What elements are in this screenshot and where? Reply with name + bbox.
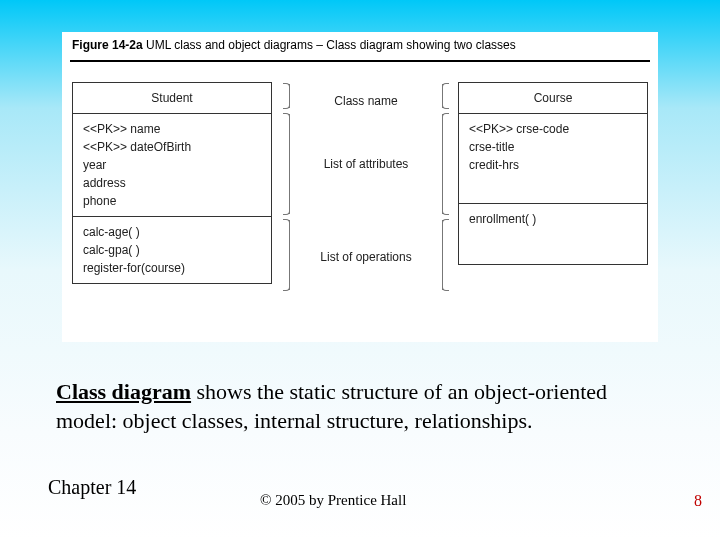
class-name-course: Course — [459, 83, 647, 114]
attr-line: <<PK>> crse-code — [469, 120, 637, 138]
label-text: List of attributes — [324, 157, 409, 171]
class-ops-student: calc-age( ) calc-gpa( ) register-for(cou… — [73, 217, 271, 283]
label-list-operations: List of operations — [316, 250, 416, 264]
uml-class-student: Student <<PK>> name <<PK>> dateOfBirth y… — [72, 82, 272, 284]
brace-icon — [442, 114, 452, 214]
figure-panel: Figure 14-2a UML class and object diagra… — [62, 32, 658, 342]
label-list-attributes: List of attributes — [316, 157, 416, 171]
uml-class-course: Course <<PK>> crse-code crse-title credi… — [458, 82, 648, 265]
op-line: enrollment( ) — [469, 210, 637, 228]
label-class-name: Class name — [316, 94, 416, 108]
figure-title: UML class and object diagrams – Class di… — [143, 38, 516, 52]
attr-line: phone — [83, 192, 261, 210]
definition-text: Class diagram shows the static structure… — [56, 378, 666, 435]
attr-line: year — [83, 156, 261, 174]
figure-number: Figure 14-2a — [72, 38, 143, 52]
op-line: calc-age( ) — [83, 223, 261, 241]
figure-divider — [70, 60, 650, 62]
footer-copyright: © 2005 by Prentice Hall — [260, 492, 406, 509]
brace-icon — [280, 114, 290, 214]
figure-caption: Figure 14-2a UML class and object diagra… — [72, 38, 516, 52]
label-text: List of operations — [320, 250, 411, 264]
attr-line: crse-title — [469, 138, 637, 156]
attr-line: <<PK>> dateOfBirth — [83, 138, 261, 156]
brace-icon — [442, 220, 452, 290]
op-line: calc-gpa( ) — [83, 241, 261, 259]
brace-icon — [280, 220, 290, 290]
definition-term: Class diagram — [56, 379, 191, 404]
footer-chapter: Chapter 14 — [48, 476, 136, 499]
class-attrs-student: <<PK>> name <<PK>> dateOfBirth year addr… — [73, 114, 271, 217]
footer-page-number: 8 — [694, 492, 702, 510]
attr-line: address — [83, 174, 261, 192]
attr-line: <<PK>> name — [83, 120, 261, 138]
brace-icon — [280, 84, 290, 108]
class-attrs-course: <<PK>> crse-code crse-title credit-hrs — [459, 114, 647, 204]
op-line: register-for(course) — [83, 259, 261, 277]
class-ops-course: enrollment( ) — [459, 204, 647, 264]
attr-line: credit-hrs — [469, 156, 637, 174]
class-name-student: Student — [73, 83, 271, 114]
brace-icon — [442, 84, 452, 108]
